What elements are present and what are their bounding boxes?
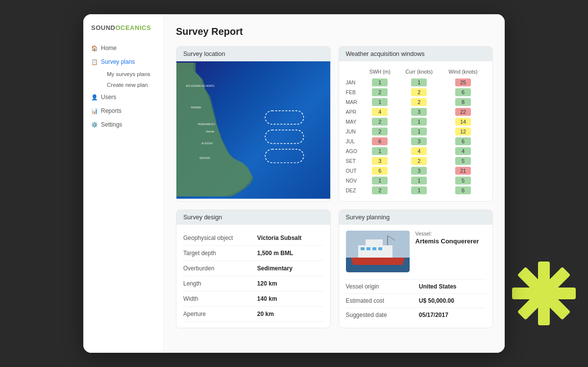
design-value: 120 km <box>257 276 323 291</box>
planning-value: 05/17/2017 <box>419 308 486 322</box>
weather-month: MAR <box>346 97 363 107</box>
weather-curr: 2 <box>398 156 441 166</box>
weather-month: DEZ <box>346 185 363 195</box>
planning-row: Estimated cost U$ 50,000.00 <box>346 294 486 308</box>
svg-rect-13 <box>265 149 303 162</box>
sidebar-item-reports-label: Reports <box>101 107 122 114</box>
design-row: Length 120 km <box>183 276 323 291</box>
planning-value: U$ 50,000.00 <box>419 294 486 308</box>
content-grid: Survey location Recife PERN <box>176 46 493 328</box>
planning-label: Estimated cost <box>346 294 419 308</box>
design-table: Geophysical object Victoria Subsalt Targ… <box>183 231 323 322</box>
design-label: Length <box>183 276 257 291</box>
logo-sound: SOUND <box>91 24 115 31</box>
sidebar-item-settings[interactable]: ⚙️ Settings <box>83 118 164 131</box>
sidebar: SOUNDOCEANICS 🏠 Home 📋 Survey plans My s… <box>83 14 164 353</box>
map-background: Recife PERNAMBUCO ALAGOAS SERGIPE PARAÍB… <box>176 61 330 199</box>
main-content: Survey Report Survey location <box>164 14 505 353</box>
weather-wind: 5 <box>441 156 486 166</box>
weather-wind: 14 <box>441 117 486 127</box>
survey-design-card: Survey design Geophysical object Victori… <box>176 210 331 328</box>
weather-table: SWH (m) Curr (knots) Wind (knots) JAN 1 … <box>346 67 486 195</box>
weather-curr: 4 <box>398 146 441 156</box>
design-row: Target depth 1,500 m BML <box>183 246 323 261</box>
sidebar-create-plan[interactable]: Create new plan <box>99 79 164 90</box>
weather-row: AGO 1 4 4 <box>346 146 486 156</box>
svg-rect-19 <box>361 247 365 250</box>
design-label: Target depth <box>183 246 257 261</box>
survey-design-header: Survey design <box>176 210 330 225</box>
weather-curr: 1 <box>398 185 441 195</box>
planning-table: Vessel origin United States Estimated co… <box>346 279 486 322</box>
weather-row: SET 3 2 5 <box>346 156 486 166</box>
weather-row: JUN 2 1 12 <box>346 127 486 136</box>
sidebar-item-survey-plans-label: Survey plans <box>101 58 135 65</box>
sidebar-item-home[interactable]: 🏠 Home <box>83 41 164 55</box>
weather-wind: 12 <box>441 127 486 136</box>
survey-planning-body: Vessel: Artemis Conquererer Vessel origi… <box>339 225 493 328</box>
weather-curr: 1 <box>398 127 441 136</box>
vessel-label: Vessel: <box>416 231 479 236</box>
weather-curr: 3 <box>398 107 441 117</box>
map-svg: Recife PERNAMBUCO ALAGOAS SERGIPE PARAÍB… <box>176 61 330 199</box>
svg-text:SERGIPE: SERGIPE <box>199 157 210 159</box>
survey-planning-card: Survey planning <box>339 210 493 328</box>
survey-planning-header: Survey planning <box>339 210 493 225</box>
vessel-name: Artemis Conquererer <box>416 237 479 246</box>
weather-row: APR 4 3 22 <box>346 107 486 117</box>
sidebar-my-surveys[interactable]: My surveys plans <box>99 69 164 79</box>
planning-label: Vessel origin <box>346 280 419 294</box>
weather-curr: 1 <box>398 78 441 87</box>
sidebar-item-users[interactable]: 👤 Users <box>83 90 164 104</box>
sidebar-submenu: My surveys plans Create new plan <box>83 69 164 90</box>
sidebar-item-home-label: Home <box>101 45 117 52</box>
asterisk-decoration <box>510 259 578 328</box>
sidebar-item-survey-plans[interactable]: 📋 Survey plans <box>83 55 164 69</box>
main-card: SOUNDOCEANICS 🏠 Home 📋 Survey plans My s… <box>83 14 505 353</box>
survey-plans-icon: 📋 <box>91 59 98 65</box>
weather-col-swh: SWH (m) <box>362 67 398 78</box>
weather-month: NOV <box>346 176 363 185</box>
planning-label: Suggested date <box>346 308 419 322</box>
weather-wind: 6 <box>441 87 486 97</box>
design-row: Geophysical object Victoria Subsalt <box>183 231 323 246</box>
design-value: Sedimentary <box>257 261 323 276</box>
weather-swh: 1 <box>362 78 398 87</box>
my-surveys-label: My surveys plans <box>107 71 150 77</box>
weather-wind: 6 <box>441 136 486 146</box>
weather-row: MAY 2 1 14 <box>346 117 486 127</box>
weather-month: JAN <box>346 78 363 87</box>
weather-swh: 1 <box>362 146 398 156</box>
weather-swh: 2 <box>362 127 398 136</box>
weather-wind: 22 <box>441 107 486 117</box>
weather-col-wind: Wind (knots) <box>441 67 486 78</box>
svg-text:RIO GRANDE DO NORTE: RIO GRANDE DO NORTE <box>186 85 215 87</box>
weather-row: NOV 1 1 5 <box>346 176 486 185</box>
outer-wrapper: SOUNDOCEANICS 🏠 Home 📋 Survey plans My s… <box>0 0 588 367</box>
survey-design-body: Geophysical object Victoria Subsalt Targ… <box>176 225 330 328</box>
weather-wind: 8 <box>441 97 486 107</box>
map-container: Recife PERNAMBUCO ALAGOAS SERGIPE PARAÍB… <box>176 61 330 199</box>
reports-icon: 📊 <box>91 108 98 114</box>
svg-rect-22 <box>378 247 382 250</box>
weather-header: Weather acquisition windows <box>339 47 493 61</box>
weather-month: FEB <box>346 87 363 97</box>
weather-wind: 5 <box>441 176 486 185</box>
design-label: Overburden <box>183 261 257 276</box>
design-value: 140 km <box>257 291 323 307</box>
users-icon: 👤 <box>91 94 98 101</box>
survey-location-header: Survey location <box>176 47 330 61</box>
weather-month: JUN <box>346 127 363 136</box>
svg-rect-20 <box>367 247 370 250</box>
weather-row: JUL 6 3 6 <box>346 136 486 146</box>
vessel-section: Vessel: Artemis Conquererer <box>346 231 486 272</box>
weather-row: MAR 1 2 8 <box>346 97 486 107</box>
sidebar-item-reports[interactable]: 📊 Reports <box>83 104 164 118</box>
weather-row: OUT 6 3 21 <box>346 166 486 176</box>
weather-month: SET <box>346 156 363 166</box>
weather-month: OUT <box>346 166 363 176</box>
weather-swh: 1 <box>362 97 398 107</box>
vessel-image <box>346 231 410 272</box>
weather-swh: 2 <box>362 185 398 195</box>
weather-col-month <box>346 67 363 78</box>
